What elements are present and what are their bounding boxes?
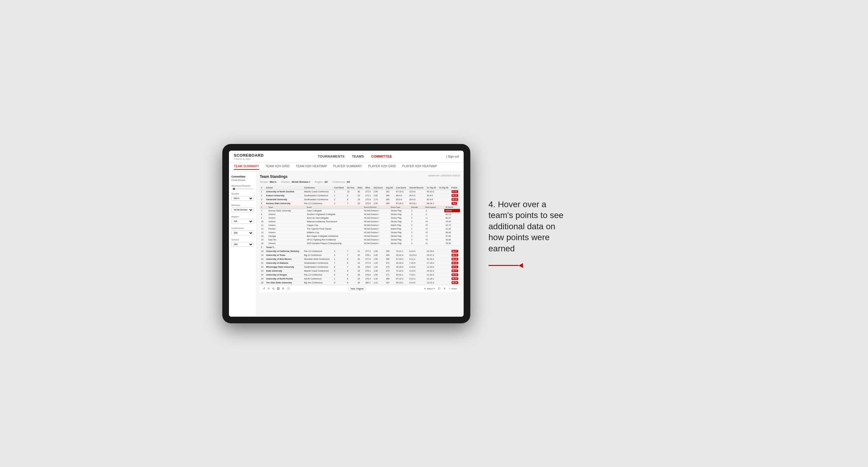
- popup-data-row: 15 East Tec OFCC Fighting Illini Invitat…: [260, 238, 460, 241]
- slider-thumb[interactable]: [233, 188, 235, 190]
- table-row[interactable]: 1 University of North Carolina Atlantic …: [260, 190, 460, 194]
- filter-conference-label: Conference:: [332, 181, 346, 183]
- sidebar-conference-select[interactable]: (All): [231, 230, 253, 235]
- col-rnds: Rnds: [356, 186, 364, 190]
- popup-data-row: 7 Arizona State University Cabo Collegia…: [260, 209, 460, 212]
- red-arrow-container: [489, 263, 573, 268]
- table-row[interactable]: 24 University of Oregon Pac-12 Conferenc…: [260, 273, 460, 277]
- tab-team-h2h-heatmap[interactable]: TEAM H2H HEATMAP: [296, 164, 327, 169]
- image-icon[interactable]: 🖼: [277, 287, 279, 290]
- sidebar-conference: Conference (All): [231, 227, 253, 235]
- cell-pts-highlighted[interactable]: 78.5: [450, 201, 460, 206]
- popup-data-row: 12 Florida I The Cypress Point Classic N…: [260, 227, 460, 230]
- cell-pts[interactable]: 93.31: [450, 194, 460, 197]
- popup-row: # Team Event Event Division Event Type R…: [260, 206, 460, 245]
- table-row[interactable]: 19 University of Texas Big 12 Conference…: [260, 253, 460, 257]
- cell-rnds: 23: [356, 194, 364, 197]
- popup-col-rank: #: [260, 206, 267, 209]
- copy-icon[interactable]: ⧉: [273, 287, 274, 290]
- table-row[interactable]: 2 Auburn University Southeastern Confere…: [260, 194, 460, 197]
- table-row[interactable]: 22 Mississippi State University Southeas…: [260, 265, 460, 269]
- view-original-button[interactable]: View: Original: [348, 287, 366, 291]
- cell-pts[interactable]: 97.02: [450, 190, 460, 194]
- sidebar-division-label: Division: [231, 204, 253, 207]
- filter-division-value: NCAA Division I: [292, 181, 310, 183]
- cell-conf-rank: 1: [333, 190, 346, 194]
- sidebar-gender: Gender Men's: [231, 192, 253, 201]
- sidebar-division-select[interactable]: NCAA Division I: [231, 208, 253, 212]
- col-overall: Overall Record: [408, 186, 426, 190]
- cell-rank: 2: [260, 194, 265, 197]
- nav-teams[interactable]: TEAMS: [352, 155, 364, 158]
- settings-icon[interactable]: ⚙: [282, 287, 284, 290]
- sign-out[interactable]: | Sign out: [446, 155, 459, 158]
- nav-committee[interactable]: COMMITTEE: [371, 155, 392, 158]
- cell-rnds: 30: [356, 190, 364, 194]
- table-row[interactable]: 18 University of California, Berkeley Pa…: [260, 249, 460, 253]
- table-row[interactable]: 3 Vanderbilt University Southeastern Con…: [260, 197, 460, 201]
- sidebar-region-select[interactable]: N/A: [231, 219, 253, 224]
- cell-adj: 2.73: [372, 197, 385, 201]
- sidebar-gender-label: Gender: [231, 192, 253, 195]
- col-rank: #: [260, 186, 265, 190]
- cell-overall: 33-19-1: [408, 201, 426, 206]
- tab-team-h2h-grid[interactable]: TEAM H2H GRID: [265, 164, 290, 169]
- cell-low: 87-25-1: [395, 201, 408, 206]
- watch-button[interactable]: 👁 Watch ▾: [424, 287, 435, 290]
- table-row[interactable]: 5 Texas T...: [260, 245, 460, 249]
- redo-icon[interactable]: ↻: [268, 287, 270, 290]
- popup-data-row: 9 Univers Amer An Intercollegiate NCAA D…: [260, 216, 460, 220]
- popup-col-type: Event Type: [390, 206, 410, 209]
- cell-wins: 272.3: [364, 194, 372, 197]
- table-row-highlighted[interactable]: 4 Arizona State University Pac-12 Confer…: [260, 201, 460, 206]
- standings-header: Team Standings Update time: 13/03/2024 1…: [260, 175, 460, 179]
- tab-player-h2h-grid[interactable]: PLAYER H2H GRID: [368, 164, 396, 169]
- sidebar-min-rounds-label: Minimum Rounds: [231, 185, 253, 187]
- cell-rnds: 23: [356, 201, 364, 206]
- tab-player-summary[interactable]: PLAYER SUMMARY: [333, 164, 362, 169]
- table-row[interactable]: 23 Duke University Atlantic Coast Confer…: [260, 269, 460, 273]
- tab-team-summary[interactable]: TEAM SUMMARY: [234, 164, 259, 170]
- share-button[interactable]: ↗ Share: [448, 287, 457, 290]
- cell-vs25: 50-10-0: [426, 190, 438, 194]
- table-row[interactable]: 26 The Ohio State University Big Ten Con…: [260, 281, 460, 285]
- cell-tours: 10: [346, 190, 356, 194]
- cell-wins: 272.6: [364, 197, 372, 201]
- cell-vs50: [438, 197, 450, 201]
- popup-header: # Team Event Event Division Event Type R…: [260, 206, 460, 209]
- panel-area: Team Standings Update time: 13/03/2024 1…: [256, 172, 464, 317]
- cell-low: 63-5-0: [395, 197, 408, 201]
- toolbar-left: ↺ ↻ ⧉ 🖼 ⚙ 🕐: [263, 287, 290, 290]
- logo-sub: Powered by clippi: [234, 158, 264, 160]
- cell-rnds: 19: [356, 197, 364, 201]
- filter-region: Region: All: [315, 181, 328, 183]
- sidebar-min-rounds: Minimum Rounds: [231, 185, 253, 189]
- annotation-area: 4. Hover over a team's points to see add…: [489, 199, 573, 268]
- table-row[interactable]: 25 University of North Florida ASUN Conf…: [260, 277, 460, 281]
- tab-player-h2h-heatmap[interactable]: PLAYER H2H HEATMAP: [402, 164, 437, 169]
- popup-data-row: 10 Univers National Invitational Tournam…: [260, 220, 460, 223]
- sidebar-school-select[interactable]: (All): [231, 242, 253, 247]
- standings-title: Team Standings: [260, 175, 288, 179]
- scene: SCOREBOARD Powered by clippi TOURNAMENTS…: [222, 144, 646, 323]
- clock-icon[interactable]: 🕐: [287, 287, 290, 290]
- cell-low: 67-10-0: [395, 190, 408, 194]
- col-wins: Wins: [364, 186, 372, 190]
- sidebar-school-label: School: [231, 238, 253, 241]
- table-row[interactable]: 21 University of Alabama Southeastern Co…: [260, 261, 460, 265]
- slider-track[interactable]: [231, 188, 253, 189]
- sidebar-gender-select[interactable]: Men's: [231, 196, 253, 201]
- table-row[interactable]: 20 University of New Mexico Mountain Wes…: [260, 257, 460, 261]
- undo-icon[interactable]: ↺: [263, 287, 265, 290]
- feedback-button[interactable]: 💬: [438, 287, 441, 290]
- filter-gender: Gender: Men's: [260, 181, 276, 183]
- sidebar-region-label: Region: [231, 215, 253, 218]
- nav-tournaments[interactable]: TOURNAMENTS: [318, 155, 345, 158]
- cell-adj: 2.50: [372, 201, 385, 206]
- app-header: SCOREBOARD Powered by clippi TOURNAMENTS…: [229, 151, 464, 163]
- cell-pts[interactable]: 90.20: [450, 197, 460, 201]
- feedback-icon: 💬: [438, 287, 441, 290]
- grid-button[interactable]: ⊞: [444, 287, 445, 290]
- col-conf-rank: Conf Rank: [333, 186, 346, 190]
- cell-conf: Atlantic Coast Conference: [303, 190, 333, 194]
